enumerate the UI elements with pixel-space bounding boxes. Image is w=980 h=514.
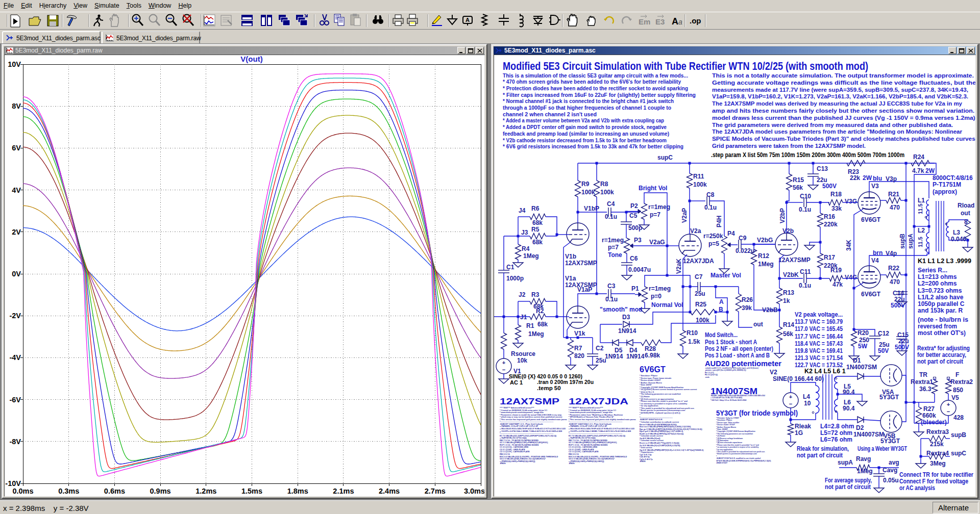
svg-text:56k: 56k — [783, 330, 793, 338]
svg-text:* Email queries to postmaster@: * Email queries to postmaster@duncanamps… — [640, 409, 685, 412]
svg-text:RCP 1 3 1G ; TO AVOID FLOATI: RCP 1 3 1G ; TO AVOID FLOATING NODES — [500, 444, 539, 446]
svg-text:Ga A K VALUE={V(ca)}: Ga A K VALUE={V(ca)} — [640, 438, 660, 440]
svg-text:1Meg: 1Meg — [528, 330, 544, 338]
svg-text:C3 1 3 {CCP} ; CATHODE-PLATE: C3 1 3 {CCP} ; CATHODE-PLATE — [569, 451, 599, 453]
svg-text:A: A — [465, 17, 470, 23]
svg-text:* This model is provided for e: * This model is provided for educational… — [716, 451, 765, 453]
svg-text:+ (PWR(V(6),IGEX)+PWRS(V(6),IG: + (PWR(V(6),IGEX)+PWRS(V(6),IGEX))} — [569, 460, 604, 462]
svg-text:V2bP: V2bP — [779, 208, 786, 223]
svg-text:G1 1 3 VALUE={(PWR(V(7,EX)+PWR: G1 1 3 VALUE={(PWR(V(7,EX)+PWRS(V(7),EX)… — [569, 442, 617, 444]
svg-text:39k: 39k — [742, 304, 752, 312]
svg-text:RE2 2 6 1G: RE2 2 6 1G — [569, 453, 579, 455]
svg-text:not part of circuit: not part of circuit — [797, 452, 843, 459]
svg-text:P4H: P4H — [716, 216, 723, 227]
svg-text:C3: C3 — [607, 282, 616, 290]
svg-text:R11: R11 — [693, 173, 704, 180]
svg-text:.ends: .ends — [705, 376, 709, 378]
svg-text:The grid parameters were deriv: The grid parameters were derived from my… — [712, 122, 953, 128]
svg-text:C10: C10 — [800, 193, 811, 200]
svg-text:121.3 VAC = 171.54: 121.3 VAC = 171.54 — [795, 354, 843, 362]
svg-text:Series R...: Series R... — [918, 267, 947, 274]
svg-text:25u: 25u — [695, 290, 705, 297]
svg-text:0.0047u: 0.0047u — [628, 266, 651, 273]
svg-text:V3p: V3p — [886, 175, 897, 183]
svg-text:P3: P3 — [634, 237, 642, 244]
svg-text:100k: 100k — [600, 189, 614, 196]
svg-text:68k: 68k — [532, 239, 543, 246]
svg-text:V(out): V(out) — [240, 55, 262, 63]
svg-text:34K: 34K — [845, 240, 852, 251]
svg-text:.temp 50: .temp 50 — [537, 385, 561, 391]
svg-text:Ecath ca 0 VALUE={LIMIT(V(gs2: Ecath ca 0 VALUE={LIMIT(V(gs2)*V(at),0,V… — [640, 433, 684, 435]
svg-text:Escrn sc 0 VALUE={(0.7*V(gs2): Escrn sc 0 VALUE={(0.7*V(gs2))*(1.1-V(at… — [640, 442, 679, 444]
svg-text:AC 1: AC 1 — [510, 379, 523, 386]
svg-text:R13: R13 — [783, 289, 794, 296]
svg-text:or AC analysis: or AC analysis — [899, 484, 935, 492]
svg-text:.ENDS 5Y3GT: .ENDS 5Y3GT — [716, 462, 728, 464]
svg-text:0.1u: 0.1u — [605, 296, 618, 303]
svg-text:+ SQRT(KVB+V(1,3)*V(1,3))))}: + SQRT(KVB+V(1,3)*V(1,3))))} — [500, 437, 527, 439]
svg-text:* V2 [Q/10/97] Screen current: * V2 [Q/10/97] Screen current limited to… — [640, 389, 697, 391]
svg-text:-10V: -10V — [5, 479, 21, 487]
svg-text:* Parameters shown to model th: * Parameters shown to model the actual V… — [500, 414, 562, 416]
svg-text:1N4007SM: 1N4007SM — [710, 387, 757, 396]
svg-text:* Filename: 5y3g.inc 17/: * Filename: 5y3g.inc 17/8/97 — [716, 417, 739, 419]
svg-text:−: − — [502, 367, 505, 373]
svg-text:3.0ms: 3.0ms — [464, 487, 485, 495]
svg-text:5Y3GT: 5Y3GT — [880, 438, 900, 445]
svg-text:supA: supA — [907, 234, 914, 249]
svg-text:6.98k: 6.98k — [645, 352, 660, 359]
svg-text:V2aG: V2aG — [649, 239, 665, 246]
svg-text:* V2b cathode resistor decreas: * V2b cathode resistor decreased from 1.… — [503, 137, 667, 143]
svg-text:Getting accurate voltage readi: Getting accurate voltage readings was di… — [712, 80, 976, 86]
svg-text:Cg1a G A 0.7p: Cg1a G A 0.7p — [640, 458, 653, 460]
svg-text:L1=213 ohms: L1=213 ohms — [918, 273, 957, 280]
svg-text:Rextra1: Rextra1 — [911, 378, 933, 386]
svg-text:1N914: 1N914 — [605, 353, 623, 360]
svg-text:**** TEST*** AdvancedGridCurre: **** TEST*** AdvancedGridCurrent**** — [500, 407, 534, 409]
svg-text:supB: supB — [899, 234, 906, 249]
svg-text:* for any application.: * for any application. — [716, 449, 733, 451]
svg-text:C1: C1 — [506, 264, 514, 271]
svg-text:36.3: 36.3 — [919, 386, 932, 393]
svg-text:0.0ms: 0.0ms — [12, 487, 33, 495]
svg-text:L1: L1 — [918, 197, 925, 204]
svg-text:2.4ms: 2.4ms — [379, 487, 400, 495]
svg-text:5W: 5W — [858, 343, 868, 350]
svg-text:supA: supA — [838, 459, 853, 466]
svg-text:Mod Switch...: Mod Switch... — [705, 331, 738, 339]
svg-text:* This version has improved gr: * This version has improved grid parms a… — [500, 419, 567, 421]
svg-text:* (1) Heater: * (1) Heater — [640, 396, 650, 398]
svg-text:.op: .op — [690, 16, 701, 25]
svg-text:11.5: 11.5 — [917, 203, 923, 214]
svg-text:68k: 68k — [532, 219, 543, 226]
svg-text:*-----------------------------: *---------------------------------------… — [569, 421, 623, 423]
svg-text:C2 2 1 {CGP} ; GRID-PLATE: C2 2 1 {CGP} ; GRID-PLATE — [500, 449, 525, 451]
svg-text:(approx): (approx) — [933, 188, 957, 195]
svg-text:Ravg: Ravg — [856, 455, 871, 462]
svg-text:Master Vol: Master Vol — [710, 272, 741, 279]
svg-text:* SPICE Models of Vacuum-Tube: * SPICE Models of Vacuum-Tube Triodes (P… — [569, 416, 614, 418]
svg-text:For average supply,: For average supply, — [825, 477, 872, 484]
svg-text:V2a: V2a — [690, 227, 701, 235]
svg-text:* Protection diodes have been: * Protection diodes have been added to t… — [503, 85, 688, 91]
svg-text:R25: R25 — [695, 301, 706, 308]
svg-text:90.4: 90.4 — [843, 405, 855, 412]
svg-text:(bleeder): (bleeder) — [921, 419, 947, 426]
svg-text:(note - blu/brn is: (note - blu/brn is — [918, 316, 968, 323]
svg-text:+ SQRT(KVB+V(1,3)*V(1,3))))}: + SQRT(KVB+V(1,3)*V(1,3))))} — [569, 437, 596, 439]
svg-text:3Meg: 3Meg — [930, 460, 946, 467]
svg-text:R4: R4 — [522, 245, 530, 252]
svg-text:V4G: V4G — [845, 274, 857, 281]
svg-text:D2: D2 — [856, 424, 864, 431]
svg-text:L4: L4 — [803, 393, 810, 400]
svg-text:1.2ms: 1.2ms — [195, 487, 216, 495]
svg-text:*-----------------------------: *---------------------------------------… — [640, 417, 673, 419]
svg-text:+ VGOFF=-0.6796 IGA=1.9838E-7: + VGOFF=-0.6796 IGA=1.9838E-7 IGB=0.0672… — [569, 430, 631, 432]
svg-text:.ENDS: .ENDS — [500, 462, 506, 465]
svg-text:SPICE Models of Vacuum-Tube Tr: SPICE Models of Vacuum-Tube Triodes (Par… — [712, 136, 976, 142]
svg-text:8000CT:4/8/16: 8000CT:4/8/16 — [933, 174, 973, 182]
svg-text:.step param X list 50m 75m 100: .step param X list 50m 75m 100m 150m 200… — [711, 151, 904, 159]
svg-text:avg: avg — [889, 459, 899, 466]
svg-text:Tone: Tone — [608, 251, 622, 259]
